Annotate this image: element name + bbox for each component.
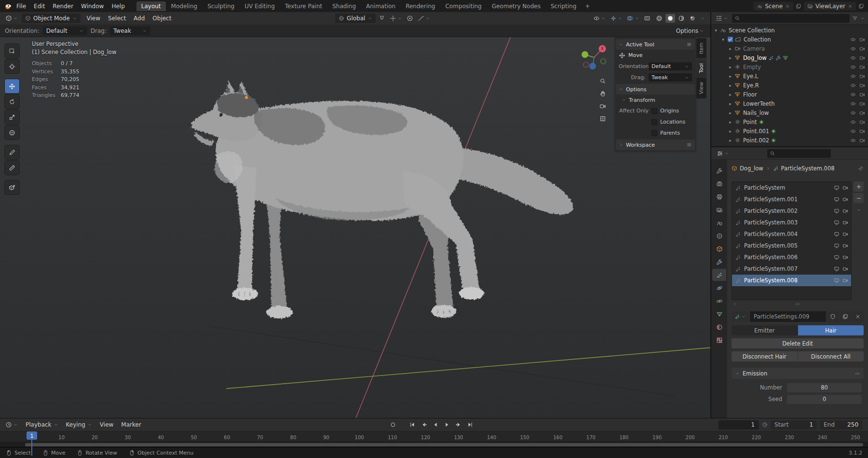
- particle-system-row-particlesystem-003[interactable]: ParticleSystem.003: [732, 217, 851, 228]
- workspace-tab-rendering[interactable]: Rendering: [401, 1, 440, 11]
- emission-section-header[interactable]: Emission: [732, 368, 864, 379]
- snap-settings-button[interactable]: [388, 14, 404, 23]
- disclosure-icon[interactable]: ▸: [728, 111, 733, 115]
- frame-tick-70[interactable]: 70: [257, 435, 263, 440]
- outliner-row-eye-l[interactable]: ▸Eye.L: [711, 71, 868, 81]
- drag-grip-icon[interactable]: [854, 371, 860, 376]
- particle-system-row-particlesystem-005[interactable]: ParticleSystem.005: [732, 240, 851, 251]
- sidebar-drag-dropdown[interactable]: Tweak: [649, 73, 692, 82]
- particle-system-row-particlesystem-001[interactable]: ParticleSystem.001: [732, 194, 851, 205]
- properties-tab-material[interactable]: [712, 321, 726, 333]
- outliner-row-eye-r[interactable]: ▸Eye.R: [711, 81, 868, 90]
- viewlayer-selector[interactable]: ViewLayer: [804, 2, 856, 11]
- end-frame-field[interactable]: End 250: [820, 420, 862, 430]
- blender-logo-icon[interactable]: [4, 2, 12, 10]
- viewport-menu-add[interactable]: Add: [130, 14, 149, 23]
- properties-tab-render[interactable]: [712, 178, 726, 190]
- properties-tab-world[interactable]: [712, 230, 726, 242]
- outliner-row-floor[interactable]: ▸Floor: [711, 90, 868, 99]
- resize-grip-icon[interactable]: [795, 301, 800, 307]
- timeline-playhead[interactable]: 1: [27, 431, 37, 440]
- outliner-row-lowerteeth[interactable]: ▸LowerTeeth: [711, 99, 868, 108]
- section-menu-icon[interactable]: [686, 42, 692, 47]
- camera-button[interactable]: [599, 103, 606, 110]
- frame-tick-210[interactable]: 210: [719, 435, 728, 440]
- proportional-falloff-button[interactable]: [416, 14, 432, 23]
- frame-tick-80[interactable]: 80: [290, 435, 297, 440]
- particle-system-row-particlesystem-007[interactable]: ParticleSystem.007: [732, 263, 851, 275]
- disclosure-icon[interactable]: ▸: [728, 74, 733, 79]
- workspace-section-header[interactable]: Workspace: [616, 139, 695, 150]
- frame-tick-200[interactable]: 200: [686, 435, 695, 440]
- browse-settings-button[interactable]: [732, 311, 749, 322]
- new-scene-icon[interactable]: [796, 3, 801, 9]
- outliner-row-point-002[interactable]: ▸Point.002: [711, 136, 868, 145]
- frame-tick-220[interactable]: 220: [752, 435, 761, 440]
- tool-move[interactable]: [5, 79, 19, 93]
- frame-tick-50[interactable]: 50: [191, 435, 197, 440]
- timeline-ruler[interactable]: 1 11020304050607080901001101201301401501…: [0, 431, 868, 442]
- frame-tick-140[interactable]: 140: [487, 435, 496, 440]
- frame-tick-240[interactable]: 240: [818, 435, 827, 440]
- auto-keying-button[interactable]: [388, 420, 398, 430]
- delete-edit-button[interactable]: Delete Edit: [732, 338, 864, 348]
- collection-checkbox[interactable]: [728, 37, 733, 42]
- start-frame-field[interactable]: Start 1: [771, 420, 817, 430]
- properties-tab-view-layer[interactable]: [712, 204, 726, 216]
- remove-viewlayer-icon[interactable]: [848, 4, 853, 9]
- menu-file[interactable]: File: [13, 2, 30, 11]
- workspace-tab-uv-editing[interactable]: UV Editing: [240, 1, 280, 11]
- navigation-gizmo[interactable]: X: [578, 41, 610, 73]
- frame-tick-250[interactable]: 250: [851, 435, 860, 440]
- copy-settings-button[interactable]: [840, 311, 851, 322]
- field-number[interactable]: 80: [787, 383, 862, 392]
- zoom-button[interactable]: [599, 78, 606, 84]
- jump-start-button[interactable]: [407, 420, 418, 430]
- tool-scale[interactable]: [5, 110, 19, 124]
- viewport-menu-view[interactable]: View: [83, 14, 104, 23]
- toggle-gizmo-button[interactable]: [609, 14, 624, 23]
- particle-specials-button[interactable]: [854, 205, 864, 215]
- key-next-button[interactable]: [453, 420, 464, 430]
- type-emitter-button[interactable]: Emitter: [732, 325, 798, 335]
- transform-subsection-header[interactable]: Transform: [616, 95, 695, 105]
- timeline-editor-type-button[interactable]: [4, 420, 19, 429]
- shading-material-button[interactable]: [677, 14, 686, 23]
- frame-tick-230[interactable]: 230: [785, 435, 794, 440]
- disconnect-all-button[interactable]: Disconnect All: [798, 351, 864, 361]
- disclosure-icon[interactable]: ▸: [728, 92, 733, 97]
- frame-tick-120[interactable]: 120: [421, 435, 430, 440]
- dog-model[interactable]: [183, 77, 583, 338]
- properties-tab-particles[interactable]: [712, 269, 726, 281]
- sidebar-tab-tool[interactable]: Tool: [696, 59, 706, 77]
- tool-measure[interactable]: [5, 161, 19, 175]
- properties-tab-texture[interactable]: [712, 334, 726, 346]
- frame-tick-170[interactable]: 170: [586, 435, 596, 440]
- jump-end-button[interactable]: [465, 420, 475, 430]
- properties-tab-object[interactable]: [712, 243, 726, 255]
- workspace-tab-scripting[interactable]: Scripting: [546, 1, 581, 11]
- outliner-row-partial[interactable]: ▸: [711, 145, 868, 146]
- breadcrumb-item[interactable]: ParticleSystem.008: [781, 165, 835, 172]
- options-dropdown[interactable]: Options: [675, 27, 705, 35]
- properties-search[interactable]: [767, 149, 831, 158]
- frame-tick-20[interactable]: 20: [92, 435, 98, 440]
- properties-tab-modifiers[interactable]: [712, 256, 726, 268]
- frame-tick-190[interactable]: 190: [652, 435, 662, 440]
- play-button[interactable]: [442, 420, 452, 430]
- frame-tick-110[interactable]: 110: [388, 435, 397, 440]
- current-frame-marker[interactable]: 1: [27, 431, 37, 440]
- menu-window[interactable]: Window: [77, 2, 108, 11]
- add-particle-system-button[interactable]: [854, 181, 864, 192]
- tool-select-box[interactable]: [5, 44, 19, 58]
- pin-icon[interactable]: [858, 166, 864, 171]
- field-seed[interactable]: 0: [787, 395, 862, 404]
- tool-annotate[interactable]: [5, 145, 19, 159]
- sidebar-orientation-dropdown[interactable]: Default: [649, 62, 692, 70]
- shading-solid-button[interactable]: [665, 14, 675, 23]
- unlink-scene-icon[interactable]: [785, 4, 790, 9]
- outliner-row-nails-low[interactable]: ▸Nails_low: [711, 108, 868, 117]
- disclosure-icon[interactable]: ▸: [728, 138, 733, 143]
- active-tool-section-header[interactable]: Active Tool: [616, 39, 695, 50]
- viewport-canvas[interactable]: User Perspective (1) Scene Collection | …: [0, 37, 710, 418]
